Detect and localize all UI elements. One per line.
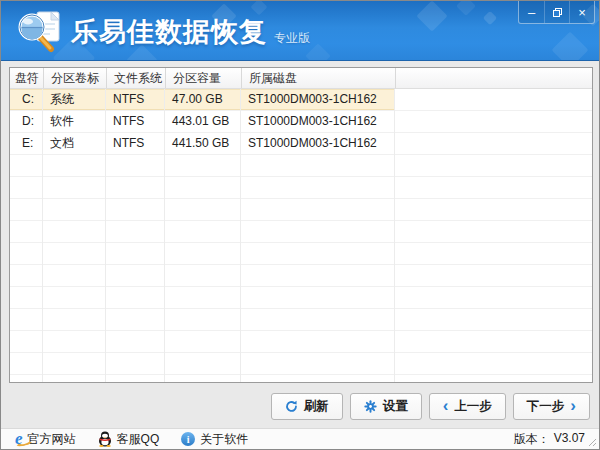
cell-label: 文档 bbox=[43, 133, 106, 154]
app-logo-icon bbox=[17, 10, 65, 53]
about-software-label: 关于软件 bbox=[200, 431, 248, 448]
cell-disk: ST1000DM003-1CH162 bbox=[241, 133, 395, 154]
window-controls: – × bbox=[518, 1, 595, 24]
decor-diamond bbox=[456, 1, 476, 16]
about-software-link[interactable]: i 关于软件 bbox=[181, 431, 248, 448]
decor-diamond bbox=[483, 11, 497, 25]
decor-diamond bbox=[416, 1, 447, 32]
next-step-button[interactable]: 下一步 › bbox=[513, 393, 590, 420]
next-step-label: 下一步 bbox=[527, 398, 565, 415]
prev-step-label: 上一步 bbox=[454, 398, 492, 415]
info-icon: i bbox=[181, 432, 195, 446]
minimize-button[interactable]: – bbox=[519, 1, 544, 23]
prev-step-button[interactable]: ‹ 上一步 bbox=[429, 393, 506, 420]
cell-disk: ST1000DM003-1CH162 bbox=[241, 111, 395, 132]
version-label: 版本： bbox=[514, 431, 550, 448]
close-icon: × bbox=[578, 5, 586, 20]
table-body: C: 系统 NTFS 47.00 GB ST1000DM003-1CH162 D… bbox=[10, 89, 592, 382]
column-gridline bbox=[105, 89, 106, 382]
resize-grip[interactable] bbox=[588, 438, 597, 447]
app-title: 乐易佳数据恢复 bbox=[71, 12, 267, 52]
version-info: 版本： V3.07 bbox=[514, 431, 585, 448]
app-window: 乐易佳数据恢复 专业版 – × 盘符 分区卷标 文件系统 分区容量 所属磁盘 bbox=[0, 0, 600, 450]
column-header-capacity[interactable]: 分区容量 bbox=[165, 68, 241, 88]
action-button-bar: 刷新 设置 ‹ 上一步 下一步 › bbox=[271, 393, 590, 420]
cell-disk: ST1000DM003-1CH162 bbox=[241, 89, 395, 110]
cell-label: 系统 bbox=[43, 89, 106, 110]
official-website-label: 官方网站 bbox=[28, 431, 76, 448]
customer-service-qq-label: 客服QQ bbox=[117, 431, 160, 448]
cell-label: 软件 bbox=[43, 111, 106, 132]
chevron-right-icon: › bbox=[570, 397, 576, 414]
cell-filesystem: NTFS bbox=[106, 111, 165, 132]
cell-drive: E: bbox=[10, 133, 43, 154]
table-row[interactable]: D: 软件 NTFS 443.01 GB ST1000DM003-1CH162 bbox=[10, 111, 592, 133]
column-header-drive[interactable]: 盘符 bbox=[10, 68, 43, 88]
settings-button[interactable]: 设置 bbox=[350, 393, 422, 420]
cell-capacity: 47.00 GB bbox=[165, 89, 241, 110]
decor-diamond bbox=[552, 32, 589, 61]
customer-service-qq-link[interactable]: 客服QQ bbox=[98, 431, 160, 448]
cell-filesystem: NTFS bbox=[106, 133, 165, 154]
restore-icon bbox=[553, 8, 562, 17]
refresh-icon bbox=[285, 400, 298, 413]
table-header-row: 盘符 分区卷标 文件系统 分区容量 所属磁盘 bbox=[10, 68, 592, 89]
column-gridline bbox=[394, 89, 395, 382]
column-gridline bbox=[240, 89, 241, 382]
table-row[interactable]: C: 系统 NTFS 47.00 GB ST1000DM003-1CH162 bbox=[10, 89, 592, 111]
title-bar: 乐易佳数据恢复 专业版 – × bbox=[1, 1, 599, 61]
version-value: V3.07 bbox=[554, 431, 585, 448]
column-gridline bbox=[42, 89, 43, 382]
column-gridline bbox=[164, 89, 165, 382]
qq-penguin-icon bbox=[98, 431, 112, 447]
column-header-filler bbox=[395, 68, 592, 88]
cell-filesystem: NTFS bbox=[106, 89, 165, 110]
chevron-left-icon: ‹ bbox=[443, 397, 449, 414]
cell-drive: C: bbox=[10, 89, 43, 110]
edition-badge: 专业版 bbox=[274, 30, 310, 47]
refresh-button[interactable]: 刷新 bbox=[271, 393, 343, 420]
minimize-icon: – bbox=[528, 5, 535, 20]
refresh-label: 刷新 bbox=[304, 398, 329, 415]
restore-button[interactable] bbox=[544, 1, 569, 23]
cell-capacity: 441.50 GB bbox=[165, 133, 241, 154]
gear-icon bbox=[364, 400, 377, 413]
column-header-disk[interactable]: 所属磁盘 bbox=[241, 68, 395, 88]
table-row[interactable]: E: 文档 NTFS 441.50 GB ST1000DM003-1CH162 bbox=[10, 133, 592, 155]
brand: 乐易佳数据恢复 专业版 bbox=[17, 10, 310, 53]
browser-e-icon: e bbox=[15, 432, 23, 446]
official-website-link[interactable]: e 官方网站 bbox=[15, 431, 76, 448]
column-header-filesystem[interactable]: 文件系统 bbox=[106, 68, 165, 88]
empty-rows-area bbox=[10, 155, 592, 382]
cell-capacity: 443.01 GB bbox=[165, 111, 241, 132]
close-button[interactable]: × bbox=[569, 1, 594, 23]
partition-table: 盘符 分区卷标 文件系统 分区容量 所属磁盘 C: 系统 NTFS 47.00 … bbox=[9, 67, 593, 383]
status-bar: e 官方网站 客服QQ i 关于软件 版本： V3.07 bbox=[1, 428, 599, 449]
cell-drive: D: bbox=[10, 111, 43, 132]
settings-label: 设置 bbox=[383, 398, 408, 415]
column-header-label[interactable]: 分区卷标 bbox=[43, 68, 106, 88]
